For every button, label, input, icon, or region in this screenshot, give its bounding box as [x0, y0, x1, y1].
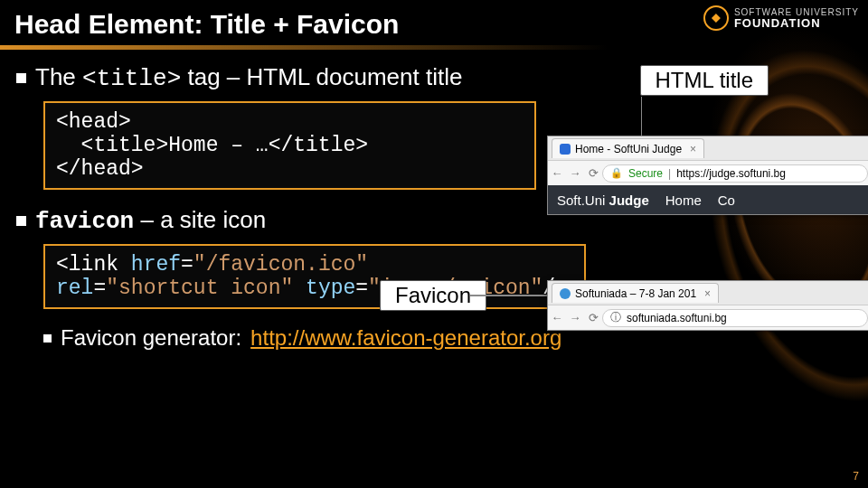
lock-icon: 🔒 — [610, 167, 623, 179]
address-bar-row: ← → ⟳ 🔒 Secure | https://judge.softuni.b… — [548, 160, 868, 185]
bullet2-post: – a site icon — [134, 206, 266, 233]
bullet1-post: tag – HTML document title — [181, 63, 462, 90]
url-text: https://judge.softuni.bg — [676, 167, 786, 180]
browser-screenshot-softuniada: Softuniada – 7-8 Jan 201 × ← → ⟳ ⓘ softu… — [547, 280, 868, 331]
page-header: Soft.Uni Judge Home Co — [548, 185, 868, 214]
code-line: rel="shortcut icon" type="image/x-icon"/… — [56, 277, 573, 300]
nav-item[interactable]: Co — [718, 192, 735, 208]
page-number: 7 — [853, 470, 859, 483]
address-bar[interactable]: 🔒 Secure | https://judge.softuni.bg — [602, 164, 868, 183]
reload-icon[interactable]: ⟳ — [584, 166, 602, 180]
slide-title: Head Element: Title + Favicon — [14, 9, 399, 40]
title-underline — [0, 45, 868, 50]
address-bar-row: ← → ⟳ ⓘ softuniada.softuni.bg — [548, 305, 868, 330]
bullet2-strong: favicon — [35, 208, 134, 235]
code-block-link-favicon: <link href="/favicon.ico" rel="shortcut … — [43, 244, 586, 309]
reload-icon[interactable]: ⟳ — [584, 311, 602, 324]
url-text: softuniada.softuni.bg — [627, 312, 727, 324]
favicon-icon — [560, 288, 571, 299]
browser-screenshot-judge: Home - SoftUni Judge × ← → ⟳ 🔒 Secure | … — [547, 136, 868, 215]
brand-text: Soft.Uni Judge — [557, 192, 649, 208]
favicon-icon — [560, 144, 571, 155]
tab-title: Home - SoftUni Judge — [575, 143, 682, 155]
logo: SOFTWARE UNIVERSITY FOUNDATION — [703, 5, 859, 31]
browser-tab[interactable]: Softuniada – 7-8 Jan 201 × — [552, 283, 719, 303]
logo-line1: SOFTWARE UNIVERSITY — [734, 8, 859, 17]
code-block-head-title: <head> <title>Home – …</title> </head> — [43, 101, 536, 190]
close-icon[interactable]: × — [690, 143, 696, 155]
favgen-label: Favicon generator: — [61, 325, 241, 351]
logo-line2: FOUNDATION — [734, 17, 859, 29]
info-icon: ⓘ — [610, 310, 621, 325]
forward-icon[interactable]: → — [566, 311, 584, 324]
bullet1-code: <title> — [82, 65, 181, 92]
tab-title: Softuniada – 7-8 Jan 201 — [575, 287, 696, 300]
address-bar[interactable]: ⓘ softuniada.softuni.bg — [602, 309, 868, 327]
bullet-icon — [16, 216, 26, 226]
browser-tab[interactable]: Home - SoftUni Judge × — [552, 138, 704, 158]
code-line: <head> — [56, 110, 524, 134]
secure-label: Secure — [628, 167, 663, 180]
tab-strip: Home - SoftUni Judge × — [548, 136, 868, 160]
favicon-generator-link[interactable]: http://www.favicon-generator.org — [250, 325, 561, 351]
back-icon[interactable]: ← — [548, 311, 566, 324]
tab-strip: Softuniada – 7-8 Jan 201 × — [548, 281, 868, 305]
back-icon[interactable]: ← — [548, 166, 566, 180]
bullet1-pre: The — [35, 63, 82, 90]
close-icon[interactable]: × — [704, 287, 711, 300]
bullet-icon — [16, 73, 26, 83]
code-line: </head> — [56, 157, 524, 181]
callout-connector — [470, 295, 556, 296]
code-line: <link href="/favicon.ico" — [56, 253, 573, 277]
nav-home[interactable]: Home — [665, 192, 702, 208]
code-line: <title>Home – …</title> — [56, 134, 524, 157]
callout-html-title: HTML title — [640, 65, 769, 96]
bullet-icon — [43, 334, 52, 343]
lightbulb-icon — [703, 5, 729, 31]
forward-icon[interactable]: → — [566, 166, 584, 180]
